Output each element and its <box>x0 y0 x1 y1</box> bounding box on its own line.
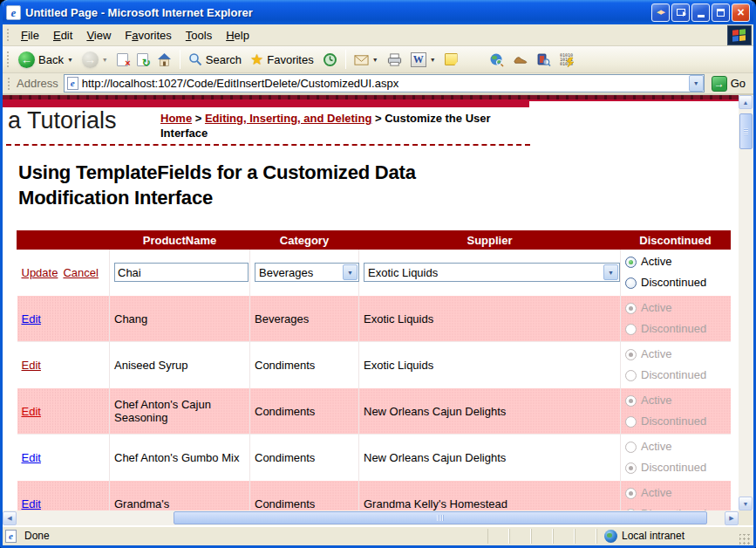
stop-icon: × <box>117 53 128 66</box>
scroll-right-icon[interactable]: ▶ <box>725 511 739 525</box>
address-dropdown-button[interactable]: ▼ <box>689 75 704 92</box>
toolbar-grip[interactable] <box>6 51 10 69</box>
category-dropdown[interactable]: Beverages ▼ <box>255 263 359 282</box>
print-button[interactable] <box>383 51 406 69</box>
horizontal-scrollbar[interactable]: ◀ ▶ <box>3 510 739 525</box>
col-category: Category <box>250 231 359 250</box>
breadcrumb-home-link[interactable]: Home <box>160 112 192 125</box>
window-title: Untitled Page - Microsoft Internet Explo… <box>25 6 651 19</box>
edit-with-word-button[interactable]: W ▼ <box>406 51 440 69</box>
close-button[interactable]: × <box>732 3 750 22</box>
status-pane <box>553 529 575 544</box>
ie-app-icon: e <box>6 5 21 20</box>
menu-file[interactable]: File <box>14 26 46 45</box>
edit-link[interactable]: Edit <box>22 497 41 510</box>
browser-window: e Untitled Page - Microsoft Internet Exp… <box>0 0 756 548</box>
mail-button[interactable]: ▼ <box>350 51 383 69</box>
back-dropdown-icon[interactable]: ▼ <box>67 57 73 63</box>
status-page-icon: e <box>5 530 17 543</box>
address-field[interactable]: e ▼ <box>64 74 705 92</box>
edit-link[interactable]: Edit <box>22 359 41 372</box>
close-icon: × <box>737 5 744 19</box>
grid-header-row: ProductName Category Supplier Discontinu… <box>17 231 731 250</box>
menu-items: FileEditViewFavoritesToolsHelp <box>14 26 256 45</box>
toolbar-grip[interactable] <box>6 28 10 43</box>
research-globe-button[interactable] <box>485 51 508 69</box>
messenger-button[interactable] <box>440 51 462 67</box>
menu-view[interactable]: View <box>79 26 118 45</box>
menu-tools[interactable]: Tools <box>179 26 219 45</box>
status-pane <box>487 529 509 544</box>
menu-help[interactable]: Help <box>219 26 256 45</box>
menu-edit[interactable]: Edit <box>46 26 79 45</box>
resize-grip[interactable] <box>739 534 751 545</box>
forward-icon: → <box>82 51 99 68</box>
toolbar-grip[interactable] <box>7 77 11 90</box>
scroll-left-icon[interactable]: ◀ <box>3 511 17 525</box>
history-button[interactable] <box>318 51 342 69</box>
windows-flag-icon <box>732 29 746 43</box>
pop-out-button[interactable] <box>671 3 690 22</box>
stop-button[interactable]: × <box>112 51 133 68</box>
breadcrumb-separator: > <box>371 112 385 125</box>
forward-button[interactable]: → ▼ <box>78 50 112 70</box>
discontinued-radio[interactable] <box>625 277 637 289</box>
maximize-icon <box>717 9 725 17</box>
go-button[interactable]: → Go <box>710 75 751 92</box>
col-actions <box>17 231 110 250</box>
resize-panes-button[interactable]: ◀▶ <box>651 3 670 22</box>
vertical-scroll-thumb[interactable] <box>739 113 753 149</box>
menu-favorites[interactable]: Favorites <box>118 26 178 45</box>
chevron-down-icon: ▼ <box>343 264 358 280</box>
radio-discontinued <box>625 462 637 474</box>
product-cell: Aniseed Syrup <box>110 342 250 388</box>
supplier-dropdown[interactable]: Exotic Liquids ▼ <box>364 263 620 282</box>
discontinued-radio-label: Discontinued <box>641 272 706 293</box>
edit-link[interactable]: Edit <box>22 312 41 325</box>
products-grid: ProductName Category Supplier Discontinu… <box>17 230 731 510</box>
smart-tag-button[interactable] <box>508 51 532 69</box>
radio-active-label: Active <box>641 344 671 365</box>
address-input[interactable] <box>82 77 689 90</box>
product-name-input[interactable] <box>114 263 249 282</box>
refresh-button[interactable]: ↻ <box>133 51 153 68</box>
back-button[interactable]: ← Back ▼ <box>14 50 78 70</box>
print-icon <box>387 52 402 67</box>
status-cell: Active Discontinued <box>621 342 731 388</box>
research-book-button[interactable] <box>532 51 555 69</box>
validator-button[interactable]: 01010 10101 01010 <box>555 51 579 69</box>
page-title: Using TemplateFields for a Customized Da… <box>18 160 524 210</box>
vertical-scrollbar[interactable]: ▲ ▼ <box>739 95 753 510</box>
radio-active-label: Active <box>641 390 671 411</box>
search-button[interactable]: Search <box>184 51 246 68</box>
radio-discontinued-label: Discontinued <box>641 319 706 339</box>
resize-panes-icon: ◀▶ <box>657 9 664 16</box>
supplier-cell: New Orleans Cajun Delights <box>359 388 621 435</box>
product-cell: Chef Anton's Cajun Seasoning <box>110 388 250 435</box>
scroll-up-icon[interactable]: ▲ <box>739 95 753 109</box>
maximize-button[interactable] <box>712 3 730 22</box>
minimize-button[interactable] <box>691 3 710 22</box>
home-button[interactable] <box>153 51 176 69</box>
active-radio[interactable] <box>625 257 637 268</box>
breadcrumb-section-link[interactable]: Editing, Inserting, and Deleting <box>205 112 371 125</box>
site-title: a Tutorials <box>8 107 117 134</box>
supplier-cell: Grandma Kelly's Homestead <box>359 481 621 511</box>
update-link[interactable]: Update <box>22 266 58 279</box>
mail-dropdown-icon[interactable]: ▼ <box>372 57 378 63</box>
web-page: a Tutorials Home > Editing, Inserting, a… <box>3 95 739 510</box>
favorites-star-icon: ★ <box>250 51 263 69</box>
horizontal-scroll-thumb[interactable] <box>174 511 707 524</box>
toolbar-separator <box>345 50 346 69</box>
cancel-link[interactable]: Cancel <box>63 266 98 279</box>
word-dropdown-icon[interactable]: ▼ <box>430 57 436 63</box>
scroll-down-icon[interactable]: ▼ <box>739 497 753 510</box>
col-productname: ProductName <box>110 231 250 250</box>
globe-research-icon <box>489 52 504 67</box>
shoe-icon <box>513 52 528 67</box>
edit-link[interactable]: Edit <box>22 451 41 464</box>
favorites-button[interactable]: ★ Favorites <box>246 49 318 71</box>
supplier-cell: Exotic Liquids <box>359 296 621 342</box>
status-bar: e Done Local intranet <box>3 525 753 545</box>
edit-link[interactable]: Edit <box>22 405 41 418</box>
